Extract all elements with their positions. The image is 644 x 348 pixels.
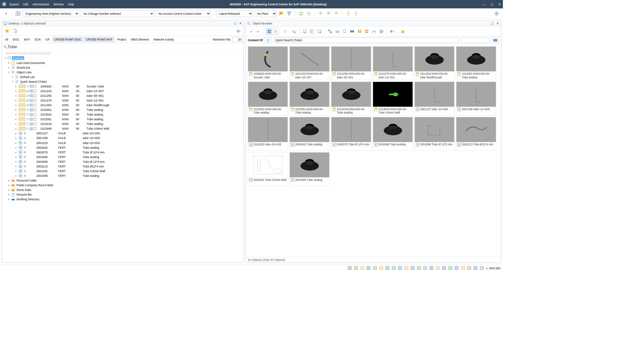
tree-doc-row[interactable]: ▸ 1011256NXM00tube~35~001 xyxy=(3,93,243,98)
close-panel-icon[interactable]: ✕ xyxy=(238,21,242,25)
browser-filter-input[interactable] xyxy=(461,37,490,43)
filter-icon[interactable] xyxy=(286,10,292,17)
status-icon-1[interactable] xyxy=(354,266,359,271)
thumbnail-item[interactable]: 2002113 Tube Ø12*4 mm xyxy=(456,117,496,151)
status-icon-14[interactable] xyxy=(435,266,440,271)
status-icon-12[interactable] xyxy=(423,266,428,271)
browser-search-input[interactable] xyxy=(274,37,459,43)
tab-cross-point-doc[interactable]: CROSS POINT DOC xyxy=(52,37,84,42)
thumbnail-item[interactable]: 1013418-NXM-000-00-Tube sealing xyxy=(331,82,371,116)
access-context-selector[interactable]: No Access Control Context Active xyxy=(156,10,211,17)
thumbnail-item[interactable]: 2001127 tube~10~004 xyxy=(415,82,454,116)
menu-window[interactable]: Window xyxy=(54,3,64,6)
status-icon-0[interactable] xyxy=(347,266,352,271)
thumbnail-view-button[interactable] xyxy=(266,28,272,34)
copy-doc-icon[interactable] xyxy=(309,28,315,34)
thumbnail-item[interactable]: 2002075 Tube Ø 10*4 mm xyxy=(331,117,371,151)
sync-down-icon[interactable] xyxy=(318,10,324,17)
new-doc-icon[interactable] xyxy=(302,28,308,34)
nav-forward-icon[interactable]: ► xyxy=(255,28,262,34)
nav-back-icon[interactable]: ◄ xyxy=(248,28,254,34)
list-view-button[interactable] xyxy=(272,28,279,34)
flag-icon[interactable] xyxy=(278,10,284,17)
check-x-icon[interactable] xyxy=(291,28,297,34)
tree-doc-row[interactable]: ▸ 1013351NXM00Tube sealing xyxy=(3,117,243,122)
tree-row[interactable]: ▸Personal Folder xyxy=(3,178,243,183)
tab-all[interactable]: All xyxy=(3,37,10,42)
globe-icon[interactable] xyxy=(378,28,385,34)
thumbnail-item[interactable]: 2001198 tube~12~009 xyxy=(456,82,496,116)
menu-edit[interactable]: Edit xyxy=(23,3,28,6)
release-selector[interactable]: Latest Released xyxy=(216,10,253,17)
close-browser-icon[interactable]: ✕ xyxy=(496,21,499,25)
tree-doc-row[interactable]: ▸ 1006922NXM00Scooter -tube xyxy=(3,84,243,89)
filter-columns-icon[interactable] xyxy=(492,37,499,43)
thumbnail-item[interactable]: 1013948-NXM-000-00-Tube 0.8mm Wall xyxy=(373,82,413,116)
status-icon-2[interactable] xyxy=(360,266,365,271)
thumbnail-item[interactable]: 2002431 Tube 0.8mm Wall xyxy=(248,152,288,186)
tree-mat-row[interactable]: ▸ 2001223HALBtube~10~003 xyxy=(3,140,243,145)
status-icon-16[interactable] xyxy=(448,266,453,271)
thumbnail-grid[interactable]: 1006922-NXM-000-00-Scooter -tube 1011243… xyxy=(246,44,501,257)
status-icon-4[interactable] xyxy=(373,266,377,271)
thumbnail-item[interactable]: 1013351-NXM-000-00-Tube sealing xyxy=(289,82,329,116)
panel-settings-icon[interactable] xyxy=(235,28,241,34)
tool-3-icon[interactable] xyxy=(341,28,348,34)
status-icon-5[interactable] xyxy=(379,266,384,271)
stack-icon[interactable] xyxy=(400,28,406,34)
thumbnail-item[interactable]: 2002458 Tube sealing xyxy=(289,152,329,186)
tree-row[interactable]: ▸SmartLists xyxy=(3,65,243,70)
thumbnail-item[interactable]: 2002096 Tube sealing xyxy=(373,117,413,151)
tree-row[interactable]: ▸Default List xyxy=(3,75,243,79)
desktop-tree[interactable]: ▾Desktop ▸Last Used Documents ▸SmartList… xyxy=(2,55,244,263)
status-icon-15[interactable] xyxy=(442,266,446,271)
refresh-time-icon[interactable] xyxy=(306,10,312,17)
status-icon-10[interactable] xyxy=(410,266,415,271)
sync-up-icon[interactable] xyxy=(325,10,332,17)
tool-8-icon[interactable] xyxy=(389,28,395,34)
tool-4-icon[interactable] xyxy=(349,28,355,34)
status-icon-6[interactable] xyxy=(385,266,390,271)
tree-row[interactable]: ▸Working Directory xyxy=(3,197,243,202)
tree-doc-row[interactable]: ▸ 1013948NXM00Tube 0.8mm Wall xyxy=(3,126,243,131)
tool-1-icon[interactable] xyxy=(327,28,333,34)
thumbnail-item[interactable]: 1013001-NXM-000-00-Tube sealing xyxy=(456,46,496,80)
tool-5-icon[interactable] xyxy=(356,28,363,34)
menu-help[interactable]: Help xyxy=(68,3,74,6)
max-hits-input[interactable] xyxy=(232,37,243,42)
thumbnail-item[interactable]: 1011304-NXM-000-00-tube~feedthrough xyxy=(415,46,454,80)
status-icon-13[interactable] xyxy=(429,266,434,271)
tree-mat-row[interactable]: ▸ 2002431FERTTube 0.8mm Wall xyxy=(3,169,243,173)
tab-doc[interactable]: DOC xyxy=(11,37,21,42)
tree-mat-row[interactable]: ▸ 2002042FERTTube sealing xyxy=(3,145,243,150)
maximize-panel-icon[interactable]: ▢ xyxy=(233,21,237,25)
tree-doc-row[interactable]: ▸ 1011278NXM00tube~12~001 xyxy=(3,98,243,103)
tab-network-activity[interactable]: Network Activity xyxy=(151,37,176,42)
thumbnail-item[interactable]: 1011256-NXM-000-00-tube~35~001 xyxy=(331,46,371,80)
status-icon-19[interactable] xyxy=(467,266,472,271)
tree-row[interactable]: ▸Last Used Documents xyxy=(3,60,243,65)
plant-selector[interactable]: No Plant xyxy=(254,10,276,17)
maximize-browser-icon[interactable]: ▢ xyxy=(491,21,494,25)
status-icon-21[interactable] xyxy=(480,266,484,271)
view-selector[interactable]: Engineering View (Highest Version) xyxy=(23,10,79,17)
tree-mat-row[interactable]: ▸ 2001127HALBtube~10~004 xyxy=(3,131,243,136)
tree-doc-row[interactable]: ▸ 1013418NXM00Tube sealing xyxy=(3,122,243,126)
link-down-icon[interactable] xyxy=(345,10,352,17)
thumbnail-item[interactable]: 1011243-NXM-000-00-tube~12~007 xyxy=(289,46,329,80)
close-button[interactable]: ✕ xyxy=(498,2,501,6)
tree-mat-row[interactable]: ▸ 2002075FERTTube Ø 10*4 mm xyxy=(3,150,243,155)
menu-administrator[interactable]: Administrator xyxy=(33,3,50,6)
tree-doc-row[interactable]: ▸ 1013032NXM00Tube sealing xyxy=(3,112,243,117)
tab-mat[interactable]: MAT xyxy=(22,37,32,42)
settings-icon[interactable] xyxy=(493,10,500,17)
thumbnail-item[interactable]: 1006922-NXM-000-00-Scooter -tube xyxy=(248,46,288,80)
change-number-selector[interactable]: No Change Number selected xyxy=(81,10,154,17)
thumbnail-item[interactable]: 1011278-NXM-000-00-tube~12~001 xyxy=(373,46,413,80)
tree-row[interactable]: ▾Quick Search (Tube) xyxy=(3,79,243,84)
status-icon-3[interactable] xyxy=(366,266,371,271)
tab-wbs-element[interactable]: WBS Element xyxy=(129,37,151,42)
tab-cross-point-mat[interactable]: CROSS POINT MAT xyxy=(84,37,114,42)
thumbnail-item[interactable]: 2002042 Tube sealing xyxy=(289,117,329,151)
back-button[interactable] xyxy=(3,10,9,17)
